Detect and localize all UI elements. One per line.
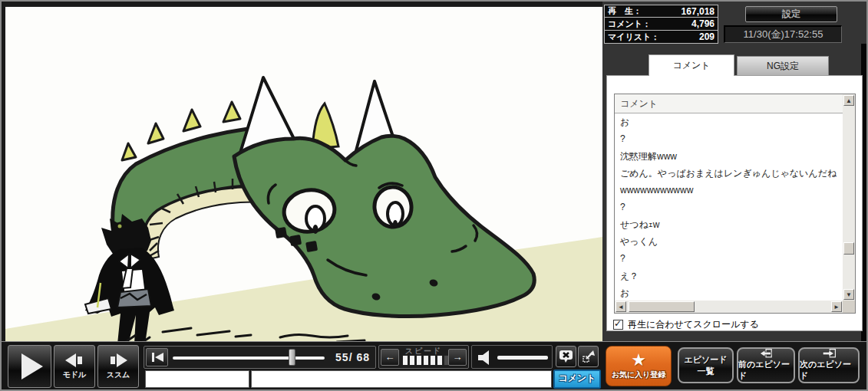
tab-ng-settings[interactable]: NG設定 (737, 56, 829, 76)
comment-row[interactable]: え？ (615, 268, 843, 284)
comment-rows: お?沈黙理解wwwごめん。やっぱおまえはレンぎゅんじゃないんだねwwwwwwww… (615, 113, 843, 301)
skip-forward-icon (107, 353, 129, 367)
comment-row[interactable]: ? (615, 250, 843, 267)
stat-label: マイリスト： (608, 31, 659, 43)
stat-value: 4,796 (691, 18, 715, 29)
seek-thumb[interactable] (289, 349, 295, 366)
speed-segment (430, 355, 436, 366)
autoscroll-checkbox[interactable]: ✓ (613, 320, 623, 330)
scroll-down-button[interactable]: ▼ (843, 289, 854, 300)
episode-list-button[interactable]: エピソード 一覧 (678, 347, 734, 383)
player-window: 再 生：167,018コメント：4,796マイリスト：209 設定 11/30(… (0, 0, 868, 391)
scroll-left-button[interactable]: ◄ (616, 301, 626, 312)
comment-row[interactable]: ? (615, 199, 843, 215)
forward-button[interactable]: ススム (97, 345, 139, 388)
scrollbar-corner (843, 301, 855, 313)
autoscroll-row: ✓ 再生に合わせてスクロールする (613, 318, 759, 331)
vertical-scrollbar[interactable]: ▲ ▼ (843, 94, 855, 301)
command-input[interactable] (145, 370, 249, 388)
scroll-right-button[interactable]: ► (831, 301, 842, 312)
stat-label: コメント： (608, 18, 651, 30)
play-icon (21, 353, 43, 380)
comment-submit-button[interactable]: コメント (553, 370, 601, 389)
speaker-icon (477, 350, 494, 366)
comment-off-icon (559, 350, 573, 363)
stat-row: コメント：4,796 (604, 18, 718, 31)
speed-segment (437, 355, 443, 366)
seek-track[interactable] (173, 356, 325, 360)
stat-label: 再 生： (608, 5, 642, 17)
comment-row[interactable]: せつねｪw (615, 216, 843, 233)
episode-list-label-2: 一覧 (698, 366, 715, 377)
toggle-comments-button[interactable] (556, 346, 576, 367)
speed-segment (409, 355, 415, 366)
comment-row[interactable]: 沈黙理解www (615, 148, 843, 165)
skip-back-icon (64, 353, 85, 367)
stat-row: マイリスト：209 (604, 31, 718, 44)
frame-counter: 55/ 68 (335, 347, 370, 368)
comment-row[interactable]: wwwwwwwwwww (615, 182, 843, 199)
speed-down-button[interactable]: ← (381, 349, 399, 366)
checkmark-icon: ✓ (614, 318, 622, 329)
resize-button[interactable] (578, 346, 599, 367)
right-panel: 再 生：167,018コメント：4,796マイリスト：209 設定 11/30(… (602, 2, 868, 341)
stat-row: 再 生：167,018 (604, 5, 718, 18)
stat-value: 209 (699, 31, 715, 42)
stat-value: 167,018 (682, 6, 715, 17)
comment-panel: コメント お?沈黙理解wwwごめん。やっぱおまえはレンぎゅんじゃないんだねwww… (606, 75, 863, 331)
episode-list-label-1: エピソード (684, 354, 727, 366)
scroll-up-button[interactable]: ▲ (843, 95, 854, 106)
volume-group (471, 345, 553, 369)
star-icon: ★ (631, 353, 646, 368)
comment-row[interactable]: ? (615, 130, 843, 147)
resize-icon (582, 350, 596, 363)
video-screen[interactable] (5, 6, 602, 341)
comment-listview: コメント お?沈黙理解wwwごめん。やっぱおまえはレンぎゅんじゃないんだねwww… (614, 94, 856, 314)
favorite-label: お気に入り登録 (612, 370, 666, 380)
timestamp-display: 11/30(金)17:52:55 (724, 25, 842, 43)
settings-button[interactable]: 設定 (745, 6, 837, 22)
forward-label: ススム (107, 370, 130, 380)
comment-row[interactable]: やっくん (615, 233, 843, 250)
rewind-button[interactable]: モドル (54, 345, 95, 388)
comment-row[interactable]: ごめん。やっぱおまえはレンぎゅんじゃないんだね (615, 165, 843, 182)
favorite-button[interactable]: ★ お気に入り登録 (606, 346, 672, 386)
vertical-scroll-thumb[interactable] (843, 242, 854, 255)
skip-to-start-button[interactable] (146, 348, 168, 366)
speed-segment (423, 355, 429, 366)
speed-segment (416, 355, 422, 366)
prev-episode-button[interactable]: 前のエピソード (737, 347, 795, 383)
comment-row[interactable]: お (615, 284, 843, 301)
speed-up-button[interactable]: → (448, 349, 467, 366)
comment-row[interactable]: お (615, 113, 843, 130)
horizontal-scroll-thumb[interactable] (629, 301, 695, 312)
stats-table: 再 生：167,018コメント：4,796マイリスト：209 (604, 5, 718, 44)
prev-episode-label: 前のエピソード (738, 359, 794, 382)
speed-segment (402, 355, 408, 366)
tab-comment[interactable]: コメント (649, 54, 734, 76)
comment-column-header[interactable]: コメント (615, 94, 843, 113)
rewind-label: モドル (63, 370, 87, 380)
control-bar: モドル ススム 55/ 68 スピード ← → (2, 341, 866, 390)
next-episode-icon (817, 349, 840, 358)
dragon-artwork (113, 77, 534, 317)
next-episode-button[interactable]: 次のエピソード (798, 347, 860, 383)
comment-input[interactable] (251, 370, 552, 388)
seek-group: 55/ 68 (144, 346, 376, 369)
next-episode-label: 次のエピソード (800, 359, 858, 382)
play-button[interactable] (8, 345, 51, 388)
horizontal-scrollbar[interactable]: ◄ ► (615, 301, 843, 313)
volume-bar[interactable] (497, 356, 548, 360)
autoscroll-label: 再生に合わせてスクロールする (628, 318, 759, 331)
prev-episode-icon (754, 349, 777, 358)
video-illustration (5, 7, 602, 341)
skip-to-start-icon (150, 352, 164, 363)
speed-group: スピード ← → (378, 345, 469, 369)
